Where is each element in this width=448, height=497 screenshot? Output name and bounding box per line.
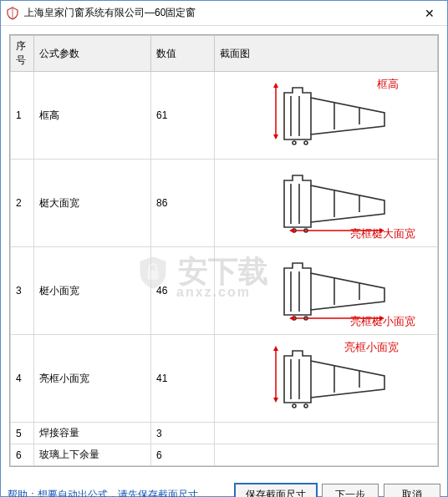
app-window: 上海皇家门窗系统有限公司—60固定窗 ✕ 序号 公式参数 数值 截面图	[0, 0, 448, 497]
col-header-image: 截面图	[215, 36, 438, 72]
col-header-param: 公式参数	[34, 36, 151, 72]
cell-value: 3	[151, 423, 215, 444]
table-row[interactable]: 2 梃大面宽 86 亮框梃大面宽	[11, 160, 438, 247]
profile-diagram: 框高	[220, 75, 432, 155]
svg-marker-28	[289, 316, 294, 321]
cell-index: 2	[11, 160, 34, 247]
cell-image: 亮框梃大面宽	[215, 160, 438, 247]
cell-param: 焊接容量	[34, 423, 151, 444]
table-scroll[interactable]: 序号 公式参数 数值 截面图 1 框高 61	[10, 35, 438, 466]
svg-point-6	[304, 141, 308, 145]
cell-param: 玻璃上下余量	[34, 444, 151, 466]
col-header-value: 数值	[151, 36, 215, 72]
cell-image	[215, 423, 438, 444]
cell-value: 61	[151, 72, 215, 160]
svg-point-36	[304, 404, 308, 408]
cell-image: 亮框小面宽	[215, 335, 438, 423]
cell-value: 6	[151, 444, 215, 466]
save-button[interactable]: 保存截面尺寸	[235, 484, 317, 497]
cell-value: 86	[151, 160, 215, 247]
app-icon	[6, 7, 19, 20]
cell-index: 3	[11, 247, 34, 335]
profile-diagram: 亮框梃小面宽	[220, 251, 432, 331]
svg-marker-39	[273, 398, 278, 403]
cell-param: 亮框小面宽	[34, 335, 151, 423]
table-row[interactable]: 4 亮框小面宽 41 亮框小面宽	[11, 335, 438, 423]
svg-marker-8	[273, 83, 278, 88]
table-row[interactable]: 1 框高 61 框高	[11, 72, 438, 160]
cell-image	[215, 444, 438, 466]
next-button[interactable]: 下一步	[322, 484, 379, 497]
table-row[interactable]: 5 焊接容量 3	[11, 423, 438, 444]
cell-image: 亮框梃小面宽	[215, 247, 438, 335]
table-row[interactable]: 6 玻璃上下余量 6	[11, 444, 438, 466]
svg-marker-38	[273, 346, 278, 351]
cell-param: 梃小面宽	[34, 247, 151, 335]
close-button[interactable]: ✕	[412, 1, 447, 26]
help-text: 帮助：想要自动出公式，请先保存截面尺寸。	[8, 488, 230, 497]
svg-point-5	[293, 141, 296, 145]
table-row[interactable]: 3 梃小面宽 46 亮框梃小面宽	[11, 247, 438, 335]
col-header-index: 序号	[11, 36, 34, 72]
cell-index: 4	[11, 335, 34, 423]
cell-param: 框高	[34, 72, 151, 160]
svg-marker-9	[273, 134, 278, 139]
footer: 帮助：想要自动出公式，请先保存截面尺寸。 保存截面尺寸 下一步 取消	[1, 475, 447, 497]
content-area: 序号 公式参数 数值 截面图 1 框高 61	[1, 26, 447, 475]
cancel-button[interactable]: 取消	[384, 484, 440, 497]
params-table: 序号 公式参数 数值 截面图 1 框高 61	[10, 35, 438, 466]
window-title: 上海皇家门窗系统有限公司—60固定窗	[24, 6, 412, 20]
profile-diagram: 亮框小面宽	[220, 338, 432, 418]
svg-point-35	[293, 404, 296, 408]
table-container: 序号 公式参数 数值 截面图 1 框高 61	[9, 34, 439, 467]
cell-index: 1	[11, 72, 34, 160]
cell-image: 框高	[215, 72, 438, 160]
cell-param: 梃大面宽	[34, 160, 151, 247]
svg-marker-18	[289, 228, 294, 233]
cell-value: 46	[151, 247, 215, 335]
profile-diagram: 亮框梃大面宽	[220, 163, 432, 243]
cell-index: 6	[11, 444, 34, 466]
titlebar: 上海皇家门窗系统有限公司—60固定窗 ✕	[1, 1, 447, 26]
cell-index: 5	[11, 423, 34, 444]
cell-value: 41	[151, 335, 215, 423]
table-header-row: 序号 公式参数 数值 截面图	[11, 36, 438, 72]
